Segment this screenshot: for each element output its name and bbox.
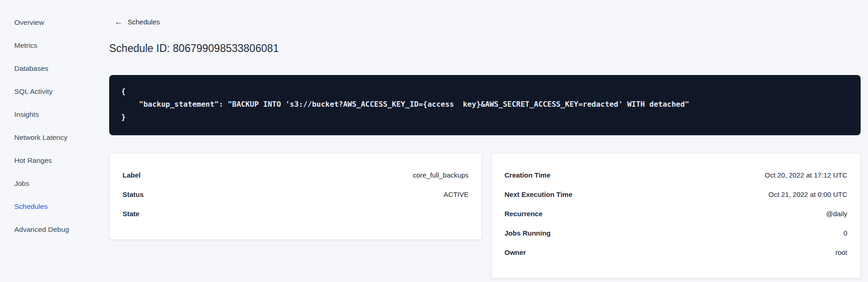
page-title: Schedule ID: 806799098533806081 (109, 41, 861, 55)
main-content: ← Schedules Schedule ID: 806799098533806… (109, 0, 868, 282)
row-value: Oct 21, 2022 at 0:00 UTC (768, 190, 847, 198)
back-link-label: Schedules (128, 18, 160, 26)
detail-row-recurrence: Recurrence @daily (504, 204, 847, 223)
backup-statement-code-block: { "backup_statement": "BACKUP INTO 's3:/… (109, 75, 861, 135)
sidebar-item-hot-ranges[interactable]: Hot Ranges (0, 149, 109, 172)
schedule-details-card: Label core_full_backups Status ACTIVE St… (109, 153, 482, 240)
sidebar-item-schedules[interactable]: Schedules (0, 195, 109, 218)
row-label: Label (123, 171, 141, 179)
row-value: 0 (844, 229, 847, 237)
row-label: Owner (504, 248, 526, 256)
row-label: Jobs Running (504, 229, 551, 237)
back-to-schedules-link[interactable]: ← Schedules (109, 17, 160, 27)
sidebar-item-sql-activity[interactable]: SQL Activity (0, 80, 109, 103)
detail-row-label: Label core_full_backups (123, 165, 469, 184)
detail-row-owner: Owner root (504, 242, 847, 262)
sidebar: Overview Metrics Databases SQL Activity … (0, 0, 109, 282)
row-value: ACTIVE (444, 190, 469, 198)
detail-row-creation-time: Creation Time Oct 20, 2022 at 17:12 UTC (504, 165, 847, 184)
detail-row-next-execution-time: Next Execution Time Oct 21, 2022 at 0:00… (504, 184, 847, 204)
row-label: Status (123, 190, 144, 198)
row-label: Creation Time (504, 171, 551, 179)
detail-row-jobs-running: Jobs Running 0 (504, 223, 847, 242)
summary-cards: Label core_full_backups Status ACTIVE St… (109, 153, 861, 278)
detail-row-state: State (123, 204, 469, 223)
sidebar-item-jobs[interactable]: Jobs (0, 172, 109, 195)
sidebar-item-advanced-debug[interactable]: Advanced Debug (0, 218, 109, 241)
page: Overview Metrics Databases SQL Activity … (0, 0, 868, 282)
detail-row-status: Status ACTIVE (123, 184, 469, 204)
arrow-left-icon: ← (115, 18, 123, 26)
row-value: root (835, 248, 847, 256)
sidebar-item-databases[interactable]: Databases (0, 57, 109, 80)
sidebar-item-network-latency[interactable]: Network Latency (0, 126, 109, 149)
code-line: { (121, 85, 849, 98)
code-line: "backup_statement": "BACKUP INTO 's3://b… (121, 98, 849, 111)
row-value: core_full_backups (413, 171, 469, 179)
row-value: @daily (826, 210, 847, 218)
row-label: Next Execution Time (504, 190, 572, 198)
row-value: Oct 20, 2022 at 17:12 UTC (765, 171, 847, 179)
schedule-timing-card: Creation Time Oct 20, 2022 at 17:12 UTC … (491, 153, 861, 278)
sidebar-item-overview[interactable]: Overview (0, 11, 109, 34)
row-label: State (123, 210, 140, 218)
row-label: Recurrence (504, 210, 543, 218)
code-line: } (121, 111, 849, 124)
sidebar-item-metrics[interactable]: Metrics (0, 34, 109, 57)
sidebar-item-insights[interactable]: Insights (0, 103, 109, 126)
